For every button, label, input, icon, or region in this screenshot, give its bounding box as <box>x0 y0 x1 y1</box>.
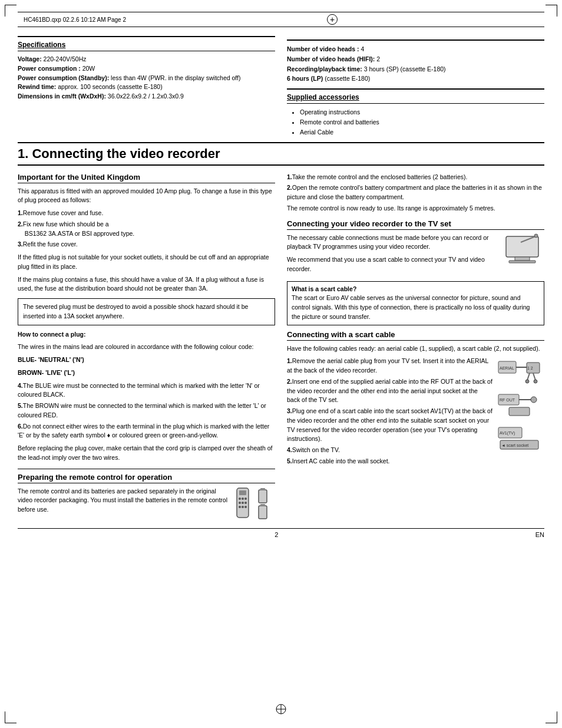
uk-step-2: 2.Fix new fuse which should be a BS1362 … <box>18 220 275 239</box>
list-item: Aerial Cable <box>300 127 544 137</box>
power-line: Power consumption : 20W <box>18 64 275 74</box>
page-number: 2 <box>275 531 278 538</box>
left-column: Important for the United Kingdom This ap… <box>18 173 275 519</box>
scart-steps-container: 1.Remove the aerial cable plug from your… <box>287 357 544 467</box>
top-bar-filename: HC461BD.qxp 02.2.6 10:12 AM Page 2 <box>24 17 126 23</box>
scart-info-box: What is a scart cable? The scart or Euro… <box>287 281 544 325</box>
uk-steps: 1.Remove fuse cover and fuse. 2.Fix new … <box>18 209 275 249</box>
remote-heading: Preparing the remote control for operati… <box>18 473 275 483</box>
scart-step-1: 1.Remove the aerial cable plug from your… <box>287 357 492 375</box>
connect-tv-recommendation: We recommend that you use a scart cable … <box>287 255 498 274</box>
wire-step-6: 6.Do not connect either wires to the ear… <box>18 422 275 441</box>
svg-point-19 <box>534 234 538 238</box>
lp-line: 6 hours (LP) (cassette E-180) <box>287 74 544 84</box>
remote-step-2: 2.Open the remote control's battery comp… <box>287 183 544 202</box>
top-section: Specifications Voltage: 220-240V/50Hz Po… <box>18 36 544 137</box>
scart-intro: Have the following cables ready: an aeri… <box>287 344 544 354</box>
uk-step-3: 3.Refit the fuse cover. <box>18 240 275 249</box>
svg-rect-17 <box>509 261 535 263</box>
svg-point-8 <box>239 506 241 508</box>
remote-text: The remote control and its batteries are… <box>18 487 229 519</box>
svg-text:1  2: 1 2 <box>527 366 533 370</box>
specifications-heading: Specifications <box>18 41 275 51</box>
brown-label: BROWN- 'LIVE' ('L') <box>18 368 275 378</box>
battery-icon <box>254 487 272 519</box>
connect-tv-text: The necessary cable connections must be … <box>287 233 498 278</box>
uk-note1: If the fitted plug is not suitable for y… <box>18 253 275 272</box>
rewind-line: Rewind time: approx. 100 seconds (casset… <box>18 83 275 92</box>
supplied-accessories-list: Operating instructions Remote control an… <box>300 107 544 137</box>
uk-heading: Important for the United Kingdom <box>18 173 275 183</box>
video-heads-hifi-line: Number of video heads (HIFI): 2 <box>287 54 544 64</box>
svg-point-6 <box>242 502 244 504</box>
voltage-line: Voltage: 220-240V/50Hz <box>18 55 275 64</box>
wire-step-5: 5.The BROWN wire must be connected to th… <box>18 401 275 420</box>
connect-tv-inner: The necessary cable connections must be … <box>287 233 544 278</box>
recording-time-line: Recording/playback time: 3 hours (SP) (c… <box>287 64 544 74</box>
svg-rect-1 <box>239 490 246 495</box>
svg-text:RF OUT: RF OUT <box>500 398 515 402</box>
svg-point-2 <box>239 498 241 500</box>
aerial-diagram: AERIAL 1 2 <box>497 357 544 387</box>
specifications-column: Specifications Voltage: 220-240V/50Hz Po… <box>18 36 275 137</box>
crosshair-center <box>327 14 338 25</box>
scart-heading: Connecting with a scart cable <box>287 330 544 341</box>
svg-text:AERIAL: AERIAL <box>500 366 514 370</box>
svg-rect-13 <box>259 506 267 519</box>
scart-step-5: 5.Insert AC cable into the wall socket. <box>287 457 492 466</box>
rfout-icon: RF OUT <box>497 390 541 419</box>
main-heading: 1. Connecting the video recorder <box>18 142 544 166</box>
how-to-connect-heading: How to connect a plug: <box>18 330 275 340</box>
remote-icon <box>234 487 252 519</box>
uk-intro: This apparatus is fitted with an approve… <box>18 187 275 206</box>
language-code: EN <box>535 531 544 538</box>
how-to-connect-text: The wires in the mains lead are coloured… <box>18 342 275 352</box>
blue-label: BLUE- 'NEUTRAL' ('N') <box>18 355 275 365</box>
svg-line-27 <box>527 373 530 380</box>
aerial-icon: AERIAL 1 2 <box>497 357 541 386</box>
right-column: 1.Take the remote control and the enclos… <box>287 173 544 519</box>
top-bar: HC461BD.qxp 02.2.6 10:12 AM Page 2 <box>18 12 544 27</box>
bottom-bar: 2 EN <box>18 528 544 538</box>
scart-step-4: 4.Switch on the TV. <box>287 446 492 455</box>
svg-rect-11 <box>259 490 267 503</box>
svg-rect-14 <box>260 504 265 506</box>
svg-point-32 <box>531 397 537 403</box>
svg-line-25 <box>533 373 535 380</box>
dimensions-line: Dimensions in cm/ft (WxDxH): 36.0x22.6x9… <box>18 92 275 101</box>
svg-text:AV1(TV): AV1(TV) <box>500 431 515 436</box>
av1-icon: AV1(TV) ◄ scart socket <box>497 423 541 452</box>
uk-section: Important for the United Kingdom This ap… <box>18 173 275 463</box>
scart-step-2: 2.Insert one end of the supplied aerial … <box>287 377 492 405</box>
uk-note2: If the mains plug contains a fuse, this … <box>18 275 275 294</box>
scart-images: AERIAL 1 2 <box>497 357 544 467</box>
svg-point-3 <box>242 498 244 500</box>
wire-steps: 4.The BLUE wire must be connected to the… <box>18 381 275 441</box>
svg-point-4 <box>244 498 247 500</box>
svg-point-28 <box>525 380 529 383</box>
connect-tv-body1: The necessary cable connections must be … <box>287 233 498 252</box>
remote-images <box>234 487 275 519</box>
supplied-accessories-heading: Supplied accessories <box>287 93 544 104</box>
scart-info-heading: What is a scart cable? <box>292 285 540 294</box>
remote-steps: 1.Take the remote control and the enclos… <box>287 173 544 213</box>
connect-tv-heading: Connecting your video recorder to the TV… <box>287 219 544 230</box>
svg-point-9 <box>242 506 244 508</box>
scart-section: Connecting with a scart cable Have the f… <box>287 330 544 468</box>
remote-body: The remote control and its batteries are… <box>18 487 229 515</box>
specifications-body: Voltage: 220-240V/50Hz Power consumption… <box>18 55 275 101</box>
list-item: Remote control and batteries <box>300 117 544 127</box>
svg-text:◄ scart socket: ◄ scart socket <box>501 443 528 447</box>
scart-info-text: The scart or Euro AV cable serves as the… <box>292 294 540 321</box>
main-content: Important for the United Kingdom This ap… <box>18 173 544 519</box>
svg-rect-15 <box>506 236 538 257</box>
video-heads-line: Number of video heads : 4 <box>287 44 544 54</box>
svg-point-10 <box>244 506 247 508</box>
rfout-diagram: RF OUT <box>497 390 544 420</box>
svg-rect-16 <box>515 257 530 261</box>
center-crosshair <box>275 703 287 716</box>
remote-section: Preparing the remote control for operati… <box>18 469 275 519</box>
tv-connector-icon <box>503 233 541 266</box>
connect-tv-image <box>503 233 544 278</box>
warning-box: The severed plug must be destroyed to av… <box>18 298 275 325</box>
